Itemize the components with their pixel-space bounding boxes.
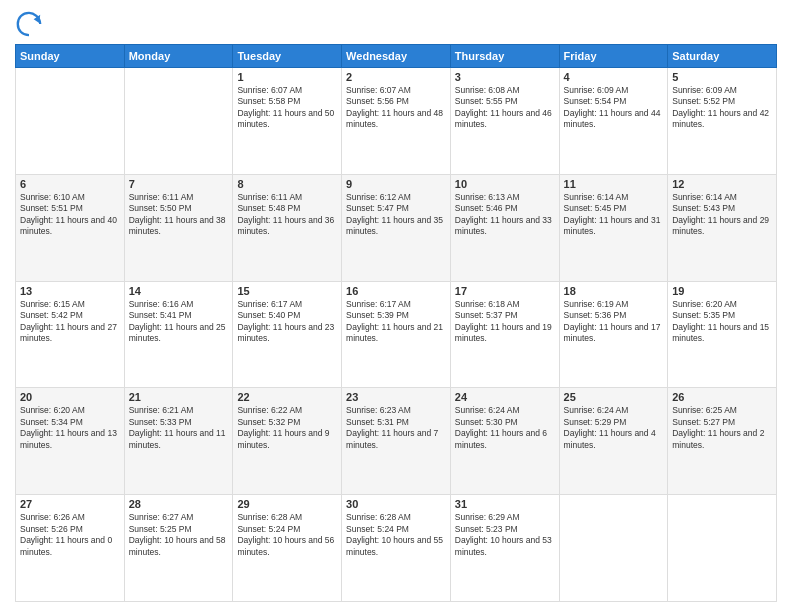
day-content: Sunrise: 6:20 AMSunset: 5:34 PMDaylight:…	[20, 405, 120, 451]
day-content: Sunrise: 6:18 AMSunset: 5:37 PMDaylight:…	[455, 299, 555, 345]
calendar-cell: 20Sunrise: 6:20 AMSunset: 5:34 PMDayligh…	[16, 388, 125, 495]
day-content: Sunrise: 6:25 AMSunset: 5:27 PMDaylight:…	[672, 405, 772, 451]
day-content: Sunrise: 6:11 AMSunset: 5:48 PMDaylight:…	[237, 192, 337, 238]
calendar-cell: 1Sunrise: 6:07 AMSunset: 5:58 PMDaylight…	[233, 68, 342, 175]
calendar-cell: 24Sunrise: 6:24 AMSunset: 5:30 PMDayligh…	[450, 388, 559, 495]
day-content: Sunrise: 6:07 AMSunset: 5:56 PMDaylight:…	[346, 85, 446, 131]
calendar-cell: 21Sunrise: 6:21 AMSunset: 5:33 PMDayligh…	[124, 388, 233, 495]
day-content: Sunrise: 6:09 AMSunset: 5:52 PMDaylight:…	[672, 85, 772, 131]
calendar-cell: 13Sunrise: 6:15 AMSunset: 5:42 PMDayligh…	[16, 281, 125, 388]
day-number: 13	[20, 285, 120, 297]
weekday-header: Friday	[559, 45, 668, 68]
day-number: 22	[237, 391, 337, 403]
day-number: 27	[20, 498, 120, 510]
day-number: 19	[672, 285, 772, 297]
weekday-header: Sunday	[16, 45, 125, 68]
calendar-cell: 3Sunrise: 6:08 AMSunset: 5:55 PMDaylight…	[450, 68, 559, 175]
header	[15, 10, 777, 38]
day-number: 10	[455, 178, 555, 190]
day-content: Sunrise: 6:21 AMSunset: 5:33 PMDaylight:…	[129, 405, 229, 451]
calendar-cell: 26Sunrise: 6:25 AMSunset: 5:27 PMDayligh…	[668, 388, 777, 495]
weekday-header: Tuesday	[233, 45, 342, 68]
calendar-cell: 12Sunrise: 6:14 AMSunset: 5:43 PMDayligh…	[668, 174, 777, 281]
day-content: Sunrise: 6:13 AMSunset: 5:46 PMDaylight:…	[455, 192, 555, 238]
day-content: Sunrise: 6:20 AMSunset: 5:35 PMDaylight:…	[672, 299, 772, 345]
logo	[15, 10, 47, 38]
calendar-cell: 8Sunrise: 6:11 AMSunset: 5:48 PMDaylight…	[233, 174, 342, 281]
calendar-week: 27Sunrise: 6:26 AMSunset: 5:26 PMDayligh…	[16, 495, 777, 602]
weekday-header: Thursday	[450, 45, 559, 68]
day-number: 8	[237, 178, 337, 190]
day-number: 25	[564, 391, 664, 403]
calendar-cell: 6Sunrise: 6:10 AMSunset: 5:51 PMDaylight…	[16, 174, 125, 281]
day-number: 30	[346, 498, 446, 510]
calendar-cell	[16, 68, 125, 175]
calendar-cell: 25Sunrise: 6:24 AMSunset: 5:29 PMDayligh…	[559, 388, 668, 495]
calendar-cell: 18Sunrise: 6:19 AMSunset: 5:36 PMDayligh…	[559, 281, 668, 388]
calendar-cell: 9Sunrise: 6:12 AMSunset: 5:47 PMDaylight…	[342, 174, 451, 281]
day-number: 2	[346, 71, 446, 83]
weekday-header: Saturday	[668, 45, 777, 68]
calendar-cell: 16Sunrise: 6:17 AMSunset: 5:39 PMDayligh…	[342, 281, 451, 388]
calendar-week: 6Sunrise: 6:10 AMSunset: 5:51 PMDaylight…	[16, 174, 777, 281]
day-content: Sunrise: 6:12 AMSunset: 5:47 PMDaylight:…	[346, 192, 446, 238]
day-content: Sunrise: 6:15 AMSunset: 5:42 PMDaylight:…	[20, 299, 120, 345]
calendar-cell: 29Sunrise: 6:28 AMSunset: 5:24 PMDayligh…	[233, 495, 342, 602]
day-number: 17	[455, 285, 555, 297]
day-content: Sunrise: 6:14 AMSunset: 5:45 PMDaylight:…	[564, 192, 664, 238]
day-content: Sunrise: 6:09 AMSunset: 5:54 PMDaylight:…	[564, 85, 664, 131]
day-number: 18	[564, 285, 664, 297]
calendar-cell: 17Sunrise: 6:18 AMSunset: 5:37 PMDayligh…	[450, 281, 559, 388]
day-number: 7	[129, 178, 229, 190]
day-content: Sunrise: 6:17 AMSunset: 5:40 PMDaylight:…	[237, 299, 337, 345]
day-number: 28	[129, 498, 229, 510]
calendar-cell: 30Sunrise: 6:28 AMSunset: 5:24 PMDayligh…	[342, 495, 451, 602]
weekday-row: SundayMondayTuesdayWednesdayThursdayFrid…	[16, 45, 777, 68]
calendar-cell: 7Sunrise: 6:11 AMSunset: 5:50 PMDaylight…	[124, 174, 233, 281]
calendar-week: 20Sunrise: 6:20 AMSunset: 5:34 PMDayligh…	[16, 388, 777, 495]
day-number: 14	[129, 285, 229, 297]
day-content: Sunrise: 6:17 AMSunset: 5:39 PMDaylight:…	[346, 299, 446, 345]
calendar-week: 13Sunrise: 6:15 AMSunset: 5:42 PMDayligh…	[16, 281, 777, 388]
day-content: Sunrise: 6:27 AMSunset: 5:25 PMDaylight:…	[129, 512, 229, 558]
day-content: Sunrise: 6:29 AMSunset: 5:23 PMDaylight:…	[455, 512, 555, 558]
day-content: Sunrise: 6:24 AMSunset: 5:30 PMDaylight:…	[455, 405, 555, 451]
day-number: 31	[455, 498, 555, 510]
day-content: Sunrise: 6:11 AMSunset: 5:50 PMDaylight:…	[129, 192, 229, 238]
day-number: 24	[455, 391, 555, 403]
calendar-cell: 2Sunrise: 6:07 AMSunset: 5:56 PMDaylight…	[342, 68, 451, 175]
calendar-cell: 15Sunrise: 6:17 AMSunset: 5:40 PMDayligh…	[233, 281, 342, 388]
day-content: Sunrise: 6:26 AMSunset: 5:26 PMDaylight:…	[20, 512, 120, 558]
day-number: 20	[20, 391, 120, 403]
day-number: 26	[672, 391, 772, 403]
calendar-cell: 23Sunrise: 6:23 AMSunset: 5:31 PMDayligh…	[342, 388, 451, 495]
day-content: Sunrise: 6:14 AMSunset: 5:43 PMDaylight:…	[672, 192, 772, 238]
page: SundayMondayTuesdayWednesdayThursdayFrid…	[0, 0, 792, 612]
day-content: Sunrise: 6:28 AMSunset: 5:24 PMDaylight:…	[346, 512, 446, 558]
day-number: 16	[346, 285, 446, 297]
day-content: Sunrise: 6:22 AMSunset: 5:32 PMDaylight:…	[237, 405, 337, 451]
calendar-cell	[124, 68, 233, 175]
calendar: SundayMondayTuesdayWednesdayThursdayFrid…	[15, 44, 777, 602]
calendar-cell	[668, 495, 777, 602]
day-content: Sunrise: 6:08 AMSunset: 5:55 PMDaylight:…	[455, 85, 555, 131]
calendar-cell: 28Sunrise: 6:27 AMSunset: 5:25 PMDayligh…	[124, 495, 233, 602]
calendar-cell: 14Sunrise: 6:16 AMSunset: 5:41 PMDayligh…	[124, 281, 233, 388]
weekday-header: Wednesday	[342, 45, 451, 68]
day-number: 12	[672, 178, 772, 190]
calendar-cell: 4Sunrise: 6:09 AMSunset: 5:54 PMDaylight…	[559, 68, 668, 175]
calendar-cell: 22Sunrise: 6:22 AMSunset: 5:32 PMDayligh…	[233, 388, 342, 495]
calendar-cell: 11Sunrise: 6:14 AMSunset: 5:45 PMDayligh…	[559, 174, 668, 281]
calendar-cell: 10Sunrise: 6:13 AMSunset: 5:46 PMDayligh…	[450, 174, 559, 281]
day-content: Sunrise: 6:23 AMSunset: 5:31 PMDaylight:…	[346, 405, 446, 451]
day-content: Sunrise: 6:16 AMSunset: 5:41 PMDaylight:…	[129, 299, 229, 345]
day-number: 11	[564, 178, 664, 190]
calendar-cell: 5Sunrise: 6:09 AMSunset: 5:52 PMDaylight…	[668, 68, 777, 175]
calendar-body: 1Sunrise: 6:07 AMSunset: 5:58 PMDaylight…	[16, 68, 777, 602]
calendar-header: SundayMondayTuesdayWednesdayThursdayFrid…	[16, 45, 777, 68]
day-number: 5	[672, 71, 772, 83]
day-number: 21	[129, 391, 229, 403]
weekday-header: Monday	[124, 45, 233, 68]
calendar-cell: 19Sunrise: 6:20 AMSunset: 5:35 PMDayligh…	[668, 281, 777, 388]
day-number: 4	[564, 71, 664, 83]
